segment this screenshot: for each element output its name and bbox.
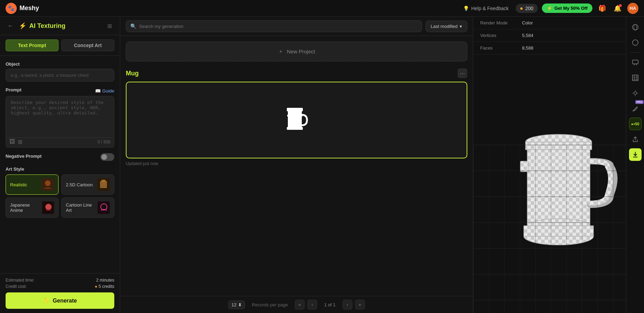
art-style-cartoon-label: 2.5D Cartoon	[66, 182, 93, 187]
last-page-button[interactable]: »	[355, 300, 365, 310]
credits-reward-icon: ●+50	[631, 122, 639, 126]
svg-rect-13	[301, 115, 302, 117]
first-page-button[interactable]: «	[295, 300, 305, 310]
negative-prompt-row: Negative Prompt	[6, 153, 114, 161]
layout-icon: ⊞	[107, 23, 112, 29]
generate-button[interactable]: ✨ Generate	[6, 292, 114, 309]
search-input[interactable]	[139, 24, 417, 29]
art-style-realistic[interactable]: Realistic	[6, 174, 59, 195]
back-button[interactable]: ←	[6, 21, 15, 31]
panel-header: ← ⚡ AI Texturing ⊞	[0, 17, 120, 35]
notifications-button[interactable]: 🔔	[612, 3, 623, 14]
search-input-wrapper: 🔍	[126, 20, 422, 32]
center-content: ＋ New Project Mug ···	[120, 36, 473, 296]
help-feedback-button[interactable]: 💡 Help & Feedback	[460, 4, 511, 13]
object-input[interactable]	[6, 69, 114, 82]
art-style-realistic-label: Realistic	[10, 182, 27, 187]
monitor-button[interactable]	[629, 56, 642, 69]
sort-label: Last modified	[431, 24, 458, 29]
svg-rect-9	[288, 110, 302, 129]
panel-title-text: AI Texturing	[29, 22, 66, 30]
object-field: Object	[6, 61, 114, 82]
svg-rect-33	[632, 75, 638, 81]
cartoon-thumb	[97, 178, 110, 191]
art-style-japanese-anime[interactable]: Japanese Anime	[6, 198, 59, 218]
credit-cost-label: Credit cost:	[6, 284, 27, 289]
anime-thumb	[42, 201, 54, 214]
page-info: 1 of 1	[324, 302, 336, 307]
layout-toggle-button[interactable]: ⊞	[105, 21, 114, 31]
prompt-textarea[interactable]	[6, 96, 114, 138]
project-title-row: Mug ···	[126, 68, 467, 78]
new-project-button[interactable]: ＋ New Project	[126, 42, 467, 61]
credit-cost-value: ● 5 credits	[95, 284, 114, 289]
material-paint-button[interactable]: PRO	[629, 102, 642, 115]
realistic-thumb	[41, 178, 54, 191]
faces-row: Faces 8,588	[473, 42, 644, 54]
3d-viewport[interactable]	[473, 54, 644, 313]
project-card[interactable]	[126, 82, 467, 158]
prev-page-button[interactable]: ‹	[307, 300, 317, 310]
art-style-label: Art Style	[6, 166, 114, 172]
pagination: 12 ⬍ Records per page « ‹ 1 of 1 › »	[120, 296, 473, 313]
sparkle-icon: ✨	[43, 297, 50, 304]
panel-footer: Estimated time: 2 minutes Credit cost: ●…	[0, 273, 120, 313]
next-page-button[interactable]: ›	[343, 300, 352, 310]
sort-button[interactable]: Last modified ▾	[426, 21, 467, 32]
texture-button[interactable]	[629, 72, 642, 84]
line-art-thumb	[98, 201, 110, 214]
per-page-chevron: ⬍	[238, 302, 242, 307]
gift-button[interactable]: 🎁	[597, 3, 608, 14]
credit-cost-row: Credit cost: ● 5 credits	[6, 284, 114, 289]
svg-point-27	[632, 24, 638, 30]
lightning-icon: ⚡	[547, 6, 552, 11]
sun-light-button[interactable]	[629, 87, 642, 99]
per-page-select[interactable]: 12 ⬍	[228, 300, 245, 309]
art-style-cartoon-line[interactable]: Cartoon Line Art	[61, 198, 114, 218]
pro-badge: PRO	[635, 100, 643, 104]
avatar-initials: HA	[630, 6, 636, 11]
tab-concept-art[interactable]: Concept Art	[61, 39, 114, 51]
credits-display[interactable]: ● 200	[516, 4, 538, 13]
credits-reward-button[interactable]: ●+50	[629, 118, 642, 130]
left-panel: ← ⚡ AI Texturing ⊞ Text Prompt Concept A…	[0, 17, 120, 313]
download-button[interactable]	[629, 148, 642, 161]
promo-button[interactable]: ⚡ Get My 50% Off	[542, 3, 592, 13]
project-updated: Updated just now	[126, 161, 467, 166]
back-icon: ←	[8, 23, 13, 29]
records-per-page-label: Records per page	[252, 302, 288, 307]
estimated-time-row: Estimated time: 2 minutes	[6, 278, 114, 283]
art-style-section: Art Style Realistic 2.5D Cartoon	[6, 166, 114, 218]
svg-rect-4	[101, 180, 106, 182]
render-mode-label: Render Mode	[480, 20, 508, 25]
mug-thumbnail	[283, 103, 310, 137]
prompt-footer: 🖼 ⊞ 0 / 500	[6, 136, 114, 148]
project-menu-button[interactable]: ···	[458, 68, 467, 78]
reference-icon[interactable]: ⊞	[18, 139, 22, 145]
logo-icon: 🐾	[6, 3, 17, 14]
guide-link[interactable]: 📖 Guide	[95, 88, 114, 94]
tab-row: Text Prompt Concept Art	[0, 35, 120, 56]
art-style-2d5-cartoon[interactable]: 2.5D Cartoon	[61, 174, 114, 195]
new-project-label: New Project	[287, 49, 315, 54]
share-button[interactable]	[629, 133, 642, 146]
render-mode-row: Render Mode Color	[473, 17, 644, 29]
negative-prompt-toggle[interactable]	[100, 153, 114, 161]
right-toolbar: PRO ●+50	[626, 17, 644, 313]
tab-text-prompt[interactable]: Text Prompt	[6, 39, 59, 51]
prompt-icons: 🖼 ⊞	[9, 139, 22, 145]
prompt-field: Prompt 📖 Guide 🖼 ⊞ 0 / 500	[6, 87, 114, 148]
center-panel: 🔍 Last modified ▾ ＋ New Project Mug ···	[120, 17, 473, 313]
guide-text: Guide	[102, 88, 114, 94]
sphere-view-button[interactable]	[629, 21, 642, 33]
circle-view-button[interactable]	[629, 36, 642, 49]
svg-rect-30	[632, 60, 638, 64]
image-upload-icon[interactable]: 🖼	[9, 139, 15, 145]
app-logo[interactable]: 🐾 Meshy	[6, 3, 39, 14]
project-section: Mug ···	[126, 68, 467, 166]
svg-rect-11	[287, 127, 303, 130]
per-page-value: 12	[231, 302, 236, 307]
promo-label: Get My 50% Off	[554, 6, 588, 11]
user-avatar[interactable]: HA	[627, 3, 638, 14]
negative-prompt-label: Negative Prompt	[6, 154, 41, 159]
